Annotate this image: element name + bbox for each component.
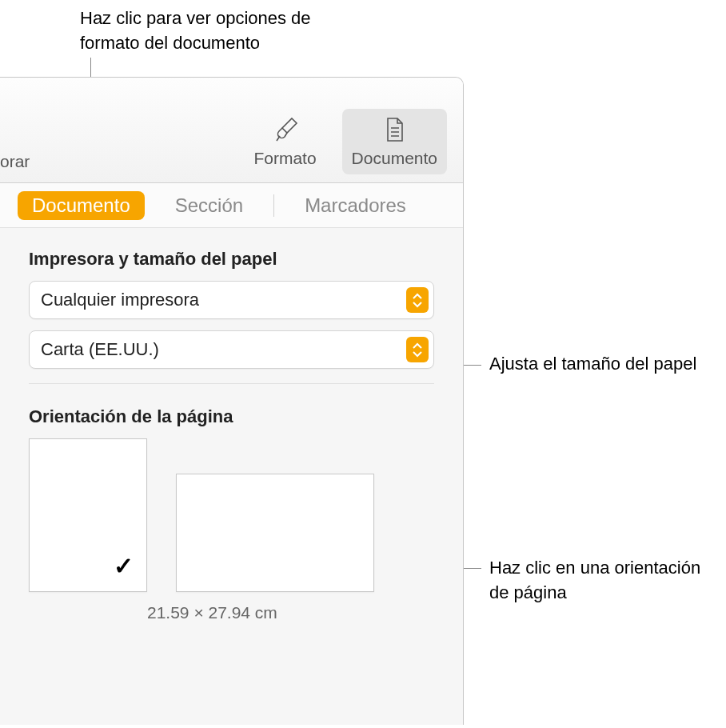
- orientation-landscape-button[interactable]: [176, 474, 374, 592]
- toolbar-item-truncated: orar: [0, 152, 38, 174]
- inspector-panel: orar Formato D: [0, 77, 464, 725]
- document-label: Documento: [352, 149, 437, 168]
- callout-paper-size: Ajusta el tamaño del papel: [489, 352, 713, 377]
- tab-seccion[interactable]: Sección: [175, 194, 243, 217]
- orientation-row: ✓: [29, 438, 434, 592]
- tab-marcadores[interactable]: Marcadores: [305, 194, 406, 217]
- dropdown-caret-icon: [406, 287, 429, 313]
- paper-size-value: Carta (EE.UU.): [41, 339, 159, 360]
- printer-value: Cualquier impresora: [41, 290, 199, 310]
- callout-orientation: Haz clic en una orientación de página: [489, 556, 713, 606]
- dropdown-caret-icon: [406, 337, 429, 362]
- callout-doc-tab: Haz clic para ver opciones de formato de…: [80, 6, 360, 56]
- format-label: Formato: [253, 149, 316, 168]
- printer-section-label: Impresora y tamaño del papel: [29, 249, 434, 270]
- divider: [29, 383, 434, 384]
- page-dimensions: 21.59 × 27.94 cm: [147, 603, 434, 622]
- checkmark-icon: ✓: [114, 552, 134, 580]
- format-button[interactable]: Formato: [244, 109, 325, 174]
- paper-size-select[interactable]: Carta (EE.UU.): [29, 330, 434, 369]
- toolbar: orar Formato D: [0, 78, 463, 183]
- printer-select[interactable]: Cualquier impresora: [29, 281, 434, 319]
- orientation-portrait-button[interactable]: ✓: [29, 438, 147, 592]
- document-icon: [380, 115, 409, 144]
- paintbrush-icon: [271, 115, 300, 144]
- document-button[interactable]: Documento: [342, 109, 447, 174]
- separator: [273, 194, 274, 217]
- orientation-section-label: Orientación de la página: [29, 406, 434, 427]
- tab-documento[interactable]: Documento: [18, 191, 145, 220]
- inspector-content: Impresora y tamaño del papel Cualquier i…: [0, 228, 463, 643]
- subtab-bar: Documento Sección Marcadores: [0, 183, 463, 228]
